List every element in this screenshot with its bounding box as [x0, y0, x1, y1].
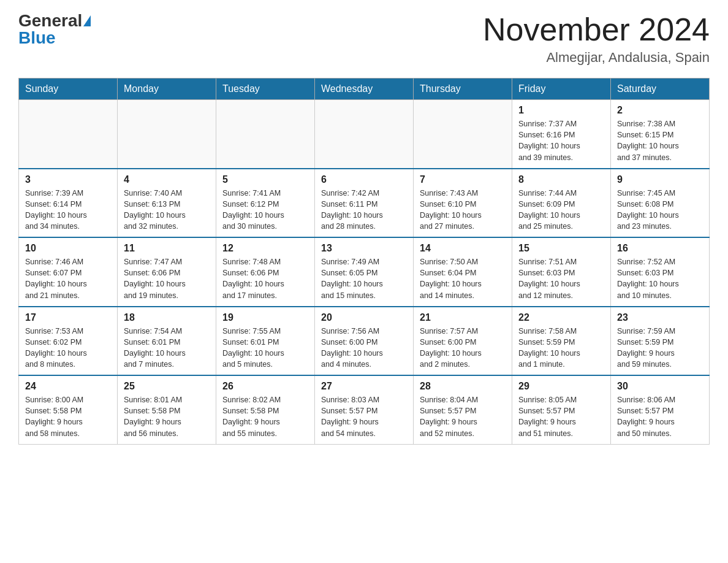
- day-number: 18: [124, 312, 210, 323]
- day-info: Sunrise: 7:44 AMSunset: 6:09 PMDaylight:…: [518, 188, 604, 232]
- day-number: 13: [321, 243, 407, 254]
- day-number: 11: [124, 243, 210, 254]
- calendar-cell: 20Sunrise: 7:56 AMSunset: 6:00 PMDayligh…: [315, 307, 414, 376]
- calendar-cell: 6Sunrise: 7:42 AMSunset: 6:11 PMDaylight…: [315, 169, 414, 238]
- calendar-cell: 24Sunrise: 8:00 AMSunset: 5:58 PMDayligh…: [19, 375, 118, 444]
- calendar-cell: [19, 100, 118, 169]
- day-number: 4: [124, 174, 210, 185]
- calendar-cell: 9Sunrise: 7:45 AMSunset: 6:08 PMDaylight…: [611, 169, 710, 238]
- day-number: 23: [617, 312, 703, 323]
- day-number: 28: [420, 381, 506, 392]
- calendar-week-row: 24Sunrise: 8:00 AMSunset: 5:58 PMDayligh…: [19, 375, 710, 444]
- day-number: 26: [222, 381, 308, 392]
- day-info: Sunrise: 7:42 AMSunset: 6:11 PMDaylight:…: [321, 188, 407, 232]
- calendar-cell: 14Sunrise: 7:50 AMSunset: 6:04 PMDayligh…: [414, 237, 512, 307]
- calendar-cell: 23Sunrise: 7:59 AMSunset: 5:59 PMDayligh…: [611, 307, 710, 376]
- day-number: 21: [420, 312, 506, 323]
- calendar-cell: 18Sunrise: 7:54 AMSunset: 6:01 PMDayligh…: [118, 307, 216, 376]
- calendar-header-row: SundayMondayTuesdayWednesdayThursdayFrid…: [19, 79, 710, 100]
- calendar-table: SundayMondayTuesdayWednesdayThursdayFrid…: [18, 78, 710, 445]
- day-info: Sunrise: 7:59 AMSunset: 5:59 PMDaylight:…: [617, 326, 703, 370]
- day-number: 10: [25, 243, 111, 254]
- calendar-cell: 27Sunrise: 8:03 AMSunset: 5:57 PMDayligh…: [315, 375, 414, 444]
- day-info: Sunrise: 7:55 AMSunset: 6:01 PMDaylight:…: [222, 326, 308, 370]
- day-info: Sunrise: 8:04 AMSunset: 5:57 PMDaylight:…: [420, 394, 506, 439]
- calendar-cell: [414, 100, 512, 169]
- calendar-cell: [216, 100, 315, 169]
- day-info: Sunrise: 8:02 AMSunset: 5:58 PMDaylight:…: [222, 394, 308, 439]
- day-info: Sunrise: 7:38 AMSunset: 6:15 PMDaylight:…: [617, 118, 703, 163]
- calendar-cell: 7Sunrise: 7:43 AMSunset: 6:10 PMDaylight…: [414, 169, 512, 238]
- day-info: Sunrise: 7:50 AMSunset: 6:04 PMDaylight:…: [420, 256, 506, 301]
- day-number: 17: [25, 312, 111, 323]
- calendar-week-row: 3Sunrise: 7:39 AMSunset: 6:14 PMDaylight…: [19, 169, 710, 238]
- day-number: 7: [420, 174, 506, 185]
- day-number: 14: [420, 243, 506, 254]
- day-info: Sunrise: 7:58 AMSunset: 5:59 PMDaylight:…: [518, 326, 604, 370]
- calendar-cell: 12Sunrise: 7:48 AMSunset: 6:06 PMDayligh…: [216, 237, 315, 307]
- calendar-cell: 3Sunrise: 7:39 AMSunset: 6:14 PMDaylight…: [19, 169, 118, 238]
- day-info: Sunrise: 8:00 AMSunset: 5:58 PMDaylight:…: [25, 394, 111, 439]
- logo-triangle-icon: [83, 15, 91, 26]
- logo-blue-text: Blue: [18, 29, 56, 47]
- day-number: 30: [617, 381, 703, 392]
- title-block: November 2024 Almegijar, Andalusia, Spai…: [483, 12, 710, 66]
- day-number: 27: [321, 381, 407, 392]
- calendar-cell: 16Sunrise: 7:52 AMSunset: 6:03 PMDayligh…: [611, 237, 710, 307]
- day-info: Sunrise: 7:48 AMSunset: 6:06 PMDaylight:…: [222, 256, 308, 301]
- column-header-thursday: Thursday: [414, 79, 512, 100]
- calendar-cell: 28Sunrise: 8:04 AMSunset: 5:57 PMDayligh…: [414, 375, 512, 444]
- calendar-cell: 19Sunrise: 7:55 AMSunset: 6:01 PMDayligh…: [216, 307, 315, 376]
- day-info: Sunrise: 7:53 AMSunset: 6:02 PMDaylight:…: [25, 326, 111, 370]
- month-title: November 2024: [483, 12, 710, 47]
- day-info: Sunrise: 8:05 AMSunset: 5:57 PMDaylight:…: [518, 394, 604, 439]
- location-title: Almegijar, Andalusia, Spain: [483, 50, 710, 66]
- day-info: Sunrise: 7:47 AMSunset: 6:06 PMDaylight:…: [124, 256, 210, 301]
- calendar-cell: 21Sunrise: 7:57 AMSunset: 6:00 PMDayligh…: [414, 307, 512, 376]
- day-number: 20: [321, 312, 407, 323]
- calendar-week-row: 10Sunrise: 7:46 AMSunset: 6:07 PMDayligh…: [19, 237, 710, 307]
- calendar-cell: 29Sunrise: 8:05 AMSunset: 5:57 PMDayligh…: [512, 375, 611, 444]
- calendar-cell: 4Sunrise: 7:40 AMSunset: 6:13 PMDaylight…: [118, 169, 216, 238]
- day-info: Sunrise: 7:51 AMSunset: 6:03 PMDaylight:…: [518, 256, 604, 301]
- calendar-cell: 25Sunrise: 8:01 AMSunset: 5:58 PMDayligh…: [118, 375, 216, 444]
- calendar-cell: 26Sunrise: 8:02 AMSunset: 5:58 PMDayligh…: [216, 375, 315, 444]
- calendar-cell: [315, 100, 414, 169]
- day-number: 25: [124, 381, 210, 392]
- day-number: 5: [222, 174, 308, 185]
- calendar-cell: 8Sunrise: 7:44 AMSunset: 6:09 PMDaylight…: [512, 169, 611, 238]
- day-number: 24: [25, 381, 111, 392]
- calendar-cell: 1Sunrise: 7:37 AMSunset: 6:16 PMDaylight…: [512, 100, 611, 169]
- logo-general-text: General: [18, 12, 82, 29]
- day-number: 29: [518, 381, 604, 392]
- day-info: Sunrise: 7:41 AMSunset: 6:12 PMDaylight:…: [222, 188, 308, 232]
- day-info: Sunrise: 7:39 AMSunset: 6:14 PMDaylight:…: [25, 188, 111, 232]
- column-header-wednesday: Wednesday: [315, 79, 414, 100]
- page-header: General Blue November 2024 Almegijar, An…: [18, 12, 710, 66]
- day-info: Sunrise: 7:56 AMSunset: 6:00 PMDaylight:…: [321, 326, 407, 370]
- day-info: Sunrise: 8:06 AMSunset: 5:57 PMDaylight:…: [617, 394, 703, 439]
- calendar-cell: 11Sunrise: 7:47 AMSunset: 6:06 PMDayligh…: [118, 237, 216, 307]
- calendar-cell: 15Sunrise: 7:51 AMSunset: 6:03 PMDayligh…: [512, 237, 611, 307]
- day-info: Sunrise: 8:01 AMSunset: 5:58 PMDaylight:…: [124, 394, 210, 439]
- calendar-week-row: 17Sunrise: 7:53 AMSunset: 6:02 PMDayligh…: [19, 307, 710, 376]
- calendar-cell: 10Sunrise: 7:46 AMSunset: 6:07 PMDayligh…: [19, 237, 118, 307]
- day-info: Sunrise: 7:52 AMSunset: 6:03 PMDaylight:…: [617, 256, 703, 301]
- day-number: 8: [518, 174, 604, 185]
- column-header-tuesday: Tuesday: [216, 79, 315, 100]
- day-info: Sunrise: 8:03 AMSunset: 5:57 PMDaylight:…: [321, 394, 407, 439]
- column-header-friday: Friday: [512, 79, 611, 100]
- calendar-cell: [118, 100, 216, 169]
- day-number: 2: [617, 105, 703, 116]
- day-number: 9: [617, 174, 703, 185]
- day-info: Sunrise: 7:57 AMSunset: 6:00 PMDaylight:…: [420, 326, 506, 370]
- day-info: Sunrise: 7:43 AMSunset: 6:10 PMDaylight:…: [420, 188, 506, 232]
- day-number: 16: [617, 243, 703, 254]
- calendar-cell: 5Sunrise: 7:41 AMSunset: 6:12 PMDaylight…: [216, 169, 315, 238]
- day-info: Sunrise: 7:46 AMSunset: 6:07 PMDaylight:…: [25, 256, 111, 301]
- day-info: Sunrise: 7:54 AMSunset: 6:01 PMDaylight:…: [124, 326, 210, 370]
- day-info: Sunrise: 7:49 AMSunset: 6:05 PMDaylight:…: [321, 256, 407, 301]
- calendar-cell: 22Sunrise: 7:58 AMSunset: 5:59 PMDayligh…: [512, 307, 611, 376]
- calendar-cell: 2Sunrise: 7:38 AMSunset: 6:15 PMDaylight…: [611, 100, 710, 169]
- calendar-cell: 13Sunrise: 7:49 AMSunset: 6:05 PMDayligh…: [315, 237, 414, 307]
